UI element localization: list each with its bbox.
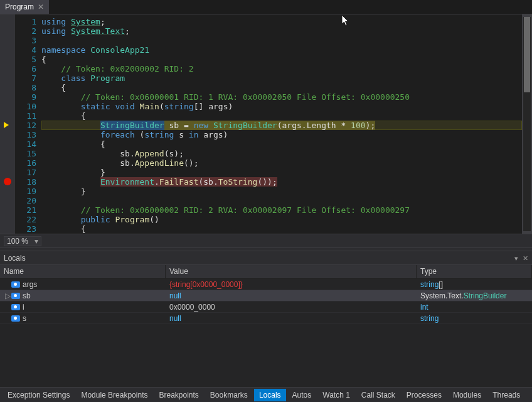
locals-panel: Locals ▾ ✕ Name Value Type args{string[0… — [0, 251, 532, 387]
line-number-gutter: 1234567891011121314151617181920212223 — [15, 14, 41, 234]
variable-icon — [11, 293, 20, 299]
pin-icon[interactable]: ▾ — [514, 254, 518, 262]
code-line[interactable]: using System.Text; — [41, 26, 532, 36]
var-type: int — [417, 302, 532, 312]
var-value[interactable]: {string[0x0000_0000]} — [166, 280, 417, 290]
var-name: args — [23, 280, 37, 289]
code-line[interactable]: namespace ConsoleApp21 — [41, 45, 532, 55]
var-value[interactable]: 0x0000_0000 — [166, 302, 417, 312]
execution-pointer-icon — [4, 122, 9, 128]
editor-tab[interactable]: Program ✕ — [0, 0, 49, 14]
code-line[interactable]: { — [41, 55, 532, 64]
locals-row[interactable]: snullstring — [0, 313, 532, 324]
bottom-tab[interactable]: Locals — [254, 389, 286, 401]
code-line[interactable]: static void Main(string[] args) — [41, 102, 532, 111]
bottom-tab[interactable]: Memory 1 — [526, 389, 532, 401]
code-line[interactable]: sb.Append(s); — [41, 149, 532, 158]
header-type[interactable]: Type — [417, 265, 532, 278]
bottom-tab[interactable]: Processes — [402, 389, 447, 401]
tab-label: Program — [5, 3, 34, 11]
var-type: System.Text.StringBuilder — [417, 291, 532, 301]
code-line[interactable]: using System; — [41, 17, 532, 26]
code-area[interactable]: using System;using System.Text;namespace… — [41, 14, 532, 234]
locals-row[interactable]: ▷sbnullSystem.Text.StringBuilder — [0, 290, 532, 302]
bottom-tab[interactable]: Breakpoints — [154, 389, 203, 401]
code-line[interactable]: } — [41, 168, 532, 177]
code-line[interactable]: // Token: 0x06000001 RID: 1 RVA: 0x00002… — [41, 92, 532, 102]
bottom-tab[interactable]: Watch 1 — [317, 389, 355, 401]
code-line[interactable]: { — [41, 139, 532, 149]
bottom-tab[interactable]: Autos — [287, 389, 317, 401]
expander-icon[interactable]: ▷ — [4, 291, 11, 300]
var-name: i — [23, 303, 24, 312]
vertical-scrollbar[interactable] — [522, 14, 532, 234]
variable-icon — [11, 281, 20, 288]
code-line[interactable]: // Token: 0x02000002 RID: 2 — [41, 64, 532, 73]
code-line[interactable]: public Program() — [41, 215, 532, 224]
locals-grid-header: Name Value Type — [0, 265, 532, 279]
code-line[interactable]: { — [41, 83, 532, 92]
breakpoint-icon[interactable] — [4, 178, 11, 185]
var-type: string[] — [417, 280, 532, 290]
bottom-tab[interactable]: Modules — [448, 389, 486, 401]
close-icon[interactable]: ✕ — [38, 3, 44, 11]
code-line[interactable]: } — [41, 187, 532, 196]
bottom-tab[interactable]: Threads — [487, 389, 525, 401]
code-line[interactable]: class Program — [41, 73, 532, 83]
bottom-tabstrip: Exception SettingsModule BreakpointsBrea… — [0, 387, 532, 402]
glyph-margin — [0, 14, 15, 234]
code-line[interactable] — [41, 36, 532, 45]
code-line[interactable] — [41, 196, 532, 205]
var-name: sb — [23, 291, 31, 300]
code-line[interactable]: foreach (string s in args) — [41, 130, 532, 139]
var-type: string — [417, 313, 532, 323]
code-line[interactable]: Environment.FailFast(sb.ToString()); — [41, 177, 532, 187]
code-line[interactable]: StringBuilder sb = new StringBuilder(arg… — [41, 121, 532, 130]
bottom-tab[interactable]: Exception Settings — [3, 389, 75, 401]
var-value[interactable]: null — [166, 313, 417, 323]
bottom-tab[interactable]: Call Stack — [356, 389, 400, 401]
header-value[interactable]: Value — [166, 265, 417, 278]
locals-row[interactable]: i0x0000_0000int — [0, 302, 532, 313]
locals-row[interactable]: args{string[0x0000_0000]}string[] — [0, 279, 532, 290]
code-line[interactable]: // Token: 0x06000002 RID: 2 RVA: 0x00002… — [41, 205, 532, 215]
header-name[interactable]: Name — [0, 265, 166, 278]
variable-icon — [11, 315, 20, 322]
code-line[interactable]: { — [41, 224, 532, 234]
close-panel-icon[interactable]: ✕ — [523, 254, 528, 262]
code-line[interactable]: { — [41, 111, 532, 121]
zoom-bar: 100 % — [0, 234, 532, 247]
code-editor[interactable]: 1234567891011121314151617181920212223 us… — [0, 14, 532, 234]
panel-title-label: Locals — [4, 254, 26, 263]
bottom-tab[interactable]: Module Breakpoints — [76, 389, 152, 401]
variable-icon — [11, 304, 20, 310]
editor-tab-bar: Program ✕ — [0, 0, 532, 14]
var-name: s — [23, 314, 26, 323]
code-line[interactable]: sb.AppendLine(); — [41, 158, 532, 168]
var-value[interactable]: null — [166, 291, 417, 301]
locals-grid-body: args{string[0x0000_0000]}string[]▷sbnull… — [0, 279, 532, 387]
bottom-tab[interactable]: Bookmarks — [205, 389, 253, 401]
zoom-combo[interactable]: 100 % — [4, 236, 41, 246]
